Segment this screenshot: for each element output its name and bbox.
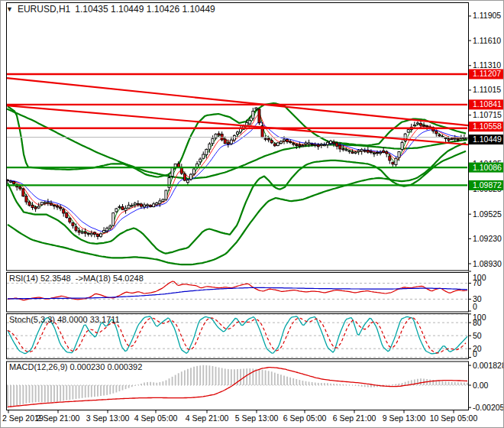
candle-body xyxy=(140,204,142,206)
band-upper-line xyxy=(8,103,466,177)
candle-body xyxy=(289,141,292,142)
time-axis-label: 3 Sep 13:00 xyxy=(86,413,130,423)
candle-body xyxy=(392,162,394,164)
candle-body xyxy=(50,203,52,206)
time-axis-label: 6 Sep 21:00 xyxy=(333,413,376,423)
macd-tick-label: 0.001828 xyxy=(473,361,504,370)
candle-body xyxy=(323,145,325,146)
candle-body xyxy=(330,141,332,144)
candle-body xyxy=(53,206,56,206)
price-badge-label: 1.10841 xyxy=(473,99,502,109)
candle-body xyxy=(72,222,74,225)
candle-body xyxy=(156,203,158,204)
candle-body xyxy=(444,138,447,138)
candle-body xyxy=(100,234,102,236)
candle-body xyxy=(249,120,251,124)
candle-body xyxy=(193,169,195,174)
time-axis-label: 5 Sep 13:00 xyxy=(235,413,279,423)
candle-body xyxy=(40,203,43,205)
chart-window: 1.119051.116101.113101.110151.107151.104… xyxy=(0,0,504,428)
candle-body xyxy=(326,142,328,144)
candle-body xyxy=(336,143,338,146)
candle-body xyxy=(124,208,127,210)
candle-body xyxy=(252,111,254,118)
candle-body xyxy=(447,139,450,141)
candle-body xyxy=(351,152,354,154)
candle-body xyxy=(354,152,357,153)
candle-body xyxy=(96,235,99,237)
rsi-indicator-label: RSI(14) 52.3548 ->MA(18) 54.0248 xyxy=(9,274,144,283)
candle-body xyxy=(84,232,86,233)
candle-body xyxy=(162,199,164,202)
rsi-main-line xyxy=(8,281,467,300)
candle-body xyxy=(380,152,382,153)
chart-ohlc-values: 1.10435 1.10449 1.10426 1.10449 xyxy=(75,4,215,15)
candle-body xyxy=(255,108,257,109)
candle-body xyxy=(401,143,403,150)
candle-body xyxy=(451,138,453,139)
time-axis-label: 9 Sep 13:00 xyxy=(383,413,426,423)
candle-body xyxy=(299,144,301,146)
candle-body xyxy=(413,125,415,125)
price-tick-label: 1.11610 xyxy=(473,36,501,45)
time-axis-label: 10 Sep 05:00 xyxy=(430,413,478,423)
candle-body xyxy=(276,143,279,146)
candle-body xyxy=(131,206,133,206)
stoch-indicator-label: Stoch(5,3,3) 48.0000 33.1711 xyxy=(9,315,120,324)
candle-body xyxy=(10,181,12,182)
candle-body xyxy=(286,139,289,141)
candle-body xyxy=(171,167,173,176)
candle-body xyxy=(19,186,21,189)
candle-body xyxy=(311,144,313,144)
time-axis-label: 2 Sep 21:00 xyxy=(37,413,80,423)
candle-body xyxy=(438,135,441,136)
candle-body xyxy=(66,212,68,217)
candle-body xyxy=(208,144,211,149)
stoch-tick-label: 50 xyxy=(473,331,482,340)
candle-body xyxy=(218,134,220,135)
candle-body xyxy=(224,139,226,144)
candle-body xyxy=(237,132,239,135)
candle-body xyxy=(376,152,379,153)
macd-indicator-label: MACD(12,26,9) 0.000230 0.000392 xyxy=(9,362,142,371)
candle-body xyxy=(283,140,286,141)
price-tick-label: 1.08930 xyxy=(473,259,502,268)
candle-body xyxy=(81,232,83,233)
candle-body xyxy=(348,151,351,151)
price-tick-label: 1.10715 xyxy=(473,110,502,119)
candle-body xyxy=(150,206,152,207)
candle-body xyxy=(22,189,24,196)
candle-body xyxy=(363,151,366,151)
candle-body xyxy=(121,206,124,209)
time-axis-label: 4 Sep 05:00 xyxy=(134,413,178,423)
candle-body xyxy=(137,203,139,204)
chart-menu-icon[interactable]: ▼ xyxy=(6,5,13,13)
candle-body xyxy=(109,226,111,228)
macd-tick-label: -0.002055 xyxy=(473,403,504,412)
candle-body xyxy=(128,205,130,208)
candle-body xyxy=(416,123,418,124)
price-tick-label: 1.11015 xyxy=(473,85,501,94)
candle-body xyxy=(57,206,59,207)
candle-body xyxy=(60,207,62,209)
candle-body xyxy=(112,213,115,225)
time-axis-label: 6 Sep 05:00 xyxy=(283,413,327,423)
candle-body xyxy=(296,144,298,146)
candle-body xyxy=(383,151,385,152)
candle-body xyxy=(389,156,391,160)
candle-body xyxy=(212,138,214,144)
price-tick-label: 1.11310 xyxy=(473,60,501,70)
candle-body xyxy=(143,205,145,207)
candle-body xyxy=(357,151,360,152)
candle-body xyxy=(13,181,15,183)
candle-body xyxy=(426,126,428,127)
candle-body xyxy=(69,218,71,222)
candle-body xyxy=(454,138,456,139)
candle-body xyxy=(302,146,304,147)
candle-body xyxy=(419,124,422,125)
price-badge-label: 1.10558 xyxy=(473,122,502,131)
candle-body xyxy=(87,233,89,234)
candle-body xyxy=(279,141,282,144)
candle-body xyxy=(147,205,149,206)
candle-body xyxy=(264,138,267,139)
